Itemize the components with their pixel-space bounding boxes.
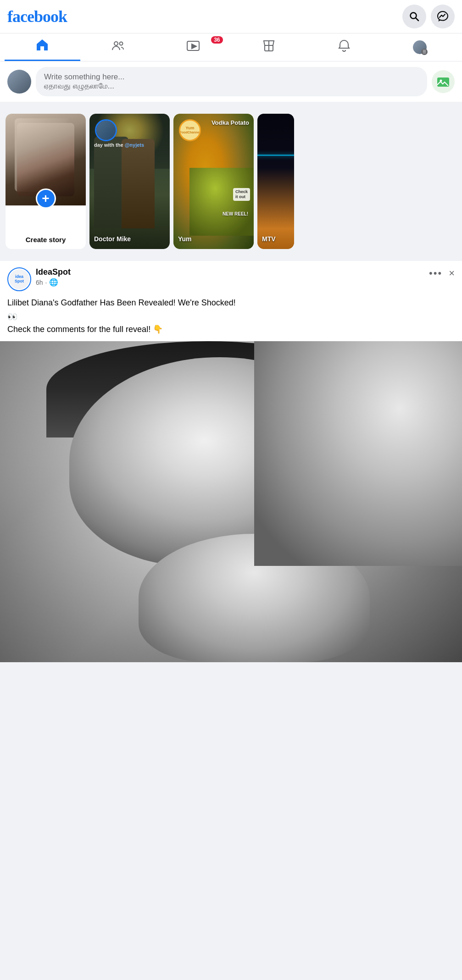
- ideaspot-avatar[interactable]: ideaSpot: [7, 267, 31, 291]
- search-button[interactable]: [402, 5, 426, 28]
- yum-new-reel: NEW REEL!: [223, 211, 248, 217]
- mtv-neon: [257, 155, 294, 156]
- svg-point-2: [114, 42, 118, 45]
- svg-line-1: [416, 18, 418, 21]
- stories-section: + Create story day with the @nyjets: [0, 109, 462, 254]
- post-meta: IdeaSpot 6h · 🌐: [36, 267, 429, 287]
- svg-point-3: [119, 42, 122, 45]
- nav-tab-notifications[interactable]: [306, 34, 382, 61]
- post-text-line2: 👀: [7, 311, 455, 323]
- yum-food-overlay: [189, 168, 254, 236]
- composer-avatar: [7, 70, 31, 94]
- mtv-gradient: [257, 114, 294, 249]
- time-dot: ·: [45, 279, 47, 286]
- post-composer: Write something here... ஏதாவது எழுதலாமே.…: [0, 61, 462, 102]
- doctor-mike-avatar: [95, 119, 117, 141]
- section-divider-2: [0, 257, 462, 261]
- post-card: ideaSpot IdeaSpot 6h · 🌐 ••• × Lilibet D…: [0, 261, 462, 662]
- nav-tab-watch[interactable]: 36: [156, 34, 231, 61]
- post-text: Lilibet Diana's Godfather Has Been Revea…: [7, 297, 455, 336]
- bottom-spacer: [0, 666, 462, 758]
- watch-icon: [186, 39, 200, 56]
- placeholder-line2: ஏதாவது எழுதலாமே...: [44, 82, 419, 91]
- watch-badge: 36: [211, 36, 223, 44]
- post-menu-button[interactable]: •••: [429, 267, 442, 279]
- mtv-bg: MTV: [257, 114, 294, 249]
- bell-icon: [337, 39, 351, 56]
- messenger-icon: [437, 11, 449, 22]
- friends-icon: [111, 39, 125, 56]
- create-story-bottom: Create story: [6, 205, 86, 249]
- yum-food-label: Vodka Potato: [212, 119, 249, 126]
- post-actions: ••• ×: [429, 267, 455, 279]
- placeholder-line1: Write something here...: [44, 72, 419, 82]
- header-icon-group: [402, 5, 455, 28]
- post-time: 6h: [36, 279, 43, 286]
- post-input[interactable]: Write something here... ஏதாவது எழுதலாமே.…: [36, 67, 427, 96]
- yum-avatar: Yum FoodChannel: [179, 119, 201, 141]
- post-time-row: 6h · 🌐: [36, 278, 429, 287]
- create-story-label: Create story: [26, 236, 66, 244]
- post-author-name[interactable]: IdeaSpot: [36, 267, 429, 277]
- post-close-button[interactable]: ×: [449, 267, 455, 279]
- bw-background-blur: [254, 341, 462, 566]
- post-text-line3: Check the comments for the full reveal! …: [7, 323, 455, 336]
- ideaspot-avatar-inner: ideaSpot: [9, 269, 29, 289]
- nav-tab-home[interactable]: [5, 33, 80, 61]
- nav-tab-marketplace[interactable]: [231, 34, 307, 61]
- search-icon: [409, 11, 420, 22]
- doctor-mike-name: Doctor Mike: [94, 235, 165, 243]
- stories-scroll-container[interactable]: + Create story day with the @nyjets: [0, 114, 462, 249]
- svg-marker-5: [192, 44, 196, 49]
- doctor-mike-tag: day with the @nyjets: [94, 142, 144, 148]
- menu-gear-icon: ☰: [421, 49, 428, 55]
- app-header: facebook: [0, 0, 462, 33]
- home-icon: [35, 38, 49, 55]
- post-image: [0, 341, 462, 662]
- story-card-mtv[interactable]: MTV: [257, 114, 294, 249]
- story-card-yum[interactable]: Yum FoodChannel Vodka Potato Checkit out…: [173, 114, 254, 249]
- mtv-name: MTV: [262, 235, 289, 243]
- create-story-plus-button[interactable]: +: [36, 188, 56, 209]
- yum-name: Yum: [178, 235, 249, 243]
- nav-tab-friends[interactable]: [80, 34, 156, 61]
- nav-tab-menu[interactable]: ☰: [382, 36, 458, 59]
- facebook-logo: facebook: [7, 7, 67, 26]
- nav-bar: 36 ☰: [0, 33, 462, 61]
- post-header: ideaSpot IdeaSpot 6h · 🌐 ••• ×: [0, 261, 462, 295]
- photo-upload-button[interactable]: [432, 70, 455, 93]
- photo-icon: [436, 75, 450, 89]
- figure-right: [122, 139, 155, 228]
- privacy-icon: 🌐: [49, 278, 58, 287]
- post-content: Lilibet Diana's Godfather Has Been Revea…: [0, 295, 462, 341]
- yum-check-badge: Checkit out: [233, 188, 250, 201]
- yum-bg: Yum FoodChannel Vodka Potato Checkit out…: [173, 114, 254, 249]
- post-text-line1: Lilibet Diana's Godfather Has Been Revea…: [7, 297, 455, 309]
- post-image-bw-bg: [0, 341, 462, 662]
- messenger-button[interactable]: [431, 5, 455, 28]
- story-card-doctor-mike[interactable]: day with the @nyjets Doctor Mike: [89, 114, 170, 249]
- section-divider: [0, 105, 462, 109]
- doctor-mike-bg: day with the @nyjets Doctor Mike: [89, 114, 170, 249]
- create-story-card[interactable]: + Create story: [6, 114, 86, 249]
- marketplace-icon: [262, 39, 276, 56]
